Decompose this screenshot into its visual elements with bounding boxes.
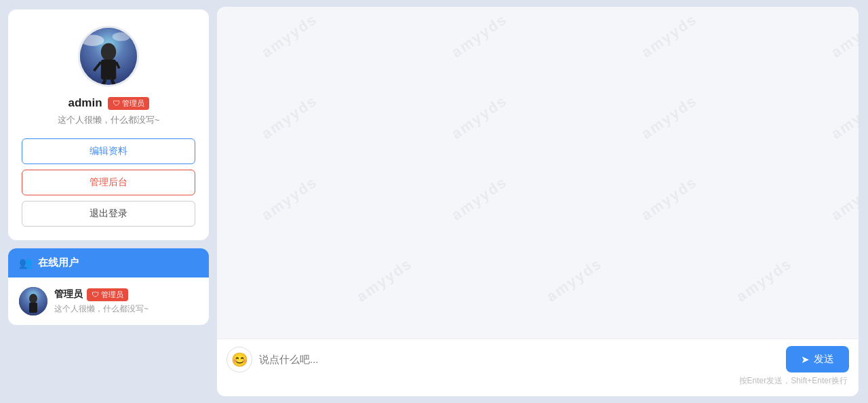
online-user-info: 管理员 🛡 管理员 这个人很懒，什么都没写~	[54, 288, 149, 315]
watermark-7: amyyds	[638, 92, 701, 142]
watermark-background: amyyds amyyds amyyds amyyds amyyds amyyd…	[217, 7, 859, 339]
send-button[interactable]: ➤ 发送	[786, 346, 849, 372]
input-row: 😊 ➤ 发送	[226, 346, 849, 372]
profile-bio: 这个人很懒，什么都没写~	[58, 114, 160, 126]
users-icon: 👥	[19, 256, 33, 269]
watermark-1: amyyds	[258, 10, 321, 61]
watermark-4: amyyds	[828, 10, 859, 61]
sidebar: admin 🛡 管理员 这个人很懒，什么都没写~ 编辑资料 管理后台 退出登录 …	[0, 0, 217, 403]
emoji-icon: 😊	[231, 351, 248, 368]
send-button-label: 发送	[814, 353, 834, 366]
watermark-2: amyyds	[448, 10, 511, 61]
shield-icon: 🛡	[113, 99, 120, 107]
admin-panel-button[interactable]: 管理后台	[22, 170, 195, 195]
online-user-item: 管理员 🛡 管理员 这个人很懒，什么都没写~	[8, 277, 209, 325]
online-user-badge-label: 管理员	[101, 290, 123, 300]
username-row: admin 🛡 管理员	[68, 96, 149, 110]
online-shield-icon: 🛡	[92, 290, 99, 299]
admin-badge-label: 管理员	[122, 98, 144, 109]
online-section-title: 在线用户	[38, 256, 79, 269]
edit-profile-button[interactable]: 编辑资料	[22, 138, 195, 164]
username: admin	[68, 96, 102, 110]
chat-messages: amyyds amyyds amyyds amyyds amyyds amyyd…	[217, 7, 859, 339]
online-users-header: 👥 在线用户	[8, 248, 209, 277]
admin-badge: 🛡 管理员	[108, 97, 149, 110]
watermark-8: amyyds	[828, 92, 859, 142]
watermark-13: amyyds	[353, 254, 416, 305]
watermark-14: amyyds	[543, 254, 606, 305]
watermark-5: amyyds	[258, 92, 321, 142]
emoji-button[interactable]: 😊	[226, 347, 252, 372]
watermark-3: amyyds	[638, 10, 701, 61]
online-name-row: 管理员 🛡 管理员	[54, 288, 149, 301]
svg-point-2	[113, 33, 130, 41]
watermark-10: amyyds	[448, 173, 511, 224]
watermark-9: amyyds	[258, 173, 321, 224]
online-user-badge: 🛡 管理员	[87, 288, 128, 301]
send-arrow-icon: ➤	[801, 353, 810, 366]
watermark-11: amyyds	[638, 173, 701, 224]
svg-point-3	[101, 43, 116, 60]
watermark-6: amyyds	[448, 92, 511, 142]
svg-point-10	[29, 294, 37, 303]
online-user-avatar	[19, 287, 47, 315]
avatar	[78, 26, 139, 87]
watermark-12: amyyds	[828, 173, 859, 224]
main-chat-area: amyyds amyyds amyyds amyyds amyyds amyyd…	[217, 7, 859, 396]
online-users-card: 👥 在线用户	[8, 248, 209, 325]
send-hint: 按Enter发送，Shift+Enter换行	[226, 375, 849, 387]
chat-input-area: 😊 ➤ 发送 按Enter发送，Shift+Enter换行	[217, 339, 859, 396]
svg-rect-11	[29, 303, 37, 313]
watermark-15: amyyds	[733, 254, 795, 305]
chat-input[interactable]	[259, 349, 779, 369]
logout-button[interactable]: 退出登录	[22, 201, 195, 227]
svg-rect-4	[101, 60, 116, 80]
svg-point-1	[81, 35, 104, 46]
online-user-name: 管理员	[54, 288, 83, 301]
online-user-bio: 这个人很懒，什么都没写~	[54, 303, 149, 315]
profile-card: admin 🛡 管理员 这个人很懒，什么都没写~ 编辑资料 管理后台 退出登录	[8, 9, 209, 240]
